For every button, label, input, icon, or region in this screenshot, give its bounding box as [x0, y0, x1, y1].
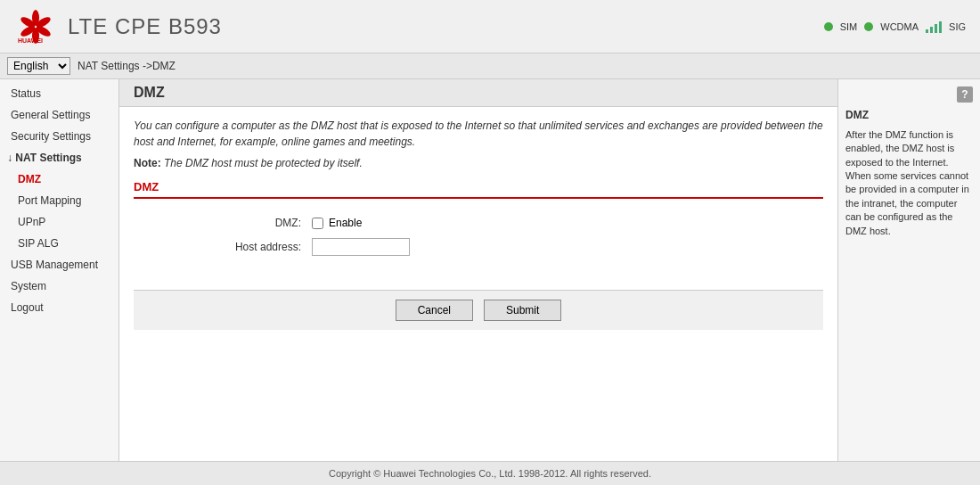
sidebar-item-nat-settings[interactable]: ↓ NAT Settings	[0, 147, 118, 169]
note-text: Note: The DMZ host must be protected by …	[134, 157, 823, 169]
dmz-enable-row: DMZ: Enable	[134, 217, 823, 229]
language-select[interactable]: English Chinese	[7, 57, 70, 75]
page-heading: DMZ	[119, 79, 837, 107]
wcdma-label: WCDMA	[880, 21, 919, 32]
sidebar-item-sip-alg[interactable]: SIP ALG	[0, 233, 118, 254]
dmz-label: DMZ:	[134, 217, 312, 229]
help-title: DMZ	[845, 108, 973, 123]
form-area: DMZ: Enable Host address:	[134, 210, 823, 272]
huawei-logo: HUAWEI	[14, 9, 57, 45]
wcdma-indicator	[864, 22, 873, 31]
sim-indicator	[824, 22, 833, 31]
dmz-enable-checkbox[interactable]	[312, 218, 323, 229]
sidebar-item-upnp[interactable]: UPnP	[0, 211, 118, 233]
main-layout: Status General Settings Security Setting…	[0, 79, 980, 461]
dmz-value: Enable	[312, 217, 362, 229]
sidebar: Status General Settings Security Setting…	[0, 79, 119, 461]
help-icon[interactable]: ?	[957, 86, 973, 103]
submit-button[interactable]: Submit	[484, 300, 561, 321]
footer: Copyright © Huawei Technologies Co., Ltd…	[0, 461, 980, 485]
sidebar-item-dmz[interactable]: DMZ	[0, 169, 118, 190]
description-text: You can configure a computer as the DMZ …	[134, 118, 823, 150]
enable-label: Enable	[329, 217, 362, 229]
sidebar-item-security-settings[interactable]: Security Settings	[0, 126, 118, 147]
host-address-value	[312, 238, 410, 256]
help-panel: ? DMZ After the DMZ function is enabled,…	[837, 79, 980, 461]
sidebar-item-general-settings[interactable]: General Settings	[0, 104, 118, 126]
svg-text:HUAWEI: HUAWEI	[18, 37, 43, 44]
sidebar-item-port-mapping[interactable]: Port Mapping	[0, 190, 118, 211]
sidebar-item-status[interactable]: Status	[0, 83, 118, 104]
page-body: You can configure a computer as the DMZ …	[119, 107, 837, 341]
sidebar-item-system[interactable]: System	[0, 275, 118, 297]
sidebar-item-usb-management[interactable]: USB Management	[0, 254, 118, 275]
help-content: After the DMZ function is enabled, the D…	[845, 128, 973, 238]
status-icons: SIM WCDMA SIG	[824, 21, 966, 33]
header: HUAWEI LTE CPE B593 SIM WCDMA SIG	[0, 0, 980, 53]
sim-label: SIM	[840, 21, 858, 32]
host-address-label: Host address:	[134, 241, 312, 253]
sidebar-item-logout[interactable]: Logout	[0, 297, 118, 318]
main-content: DMZ You can configure a computer as the …	[119, 79, 837, 461]
host-address-row: Host address:	[134, 238, 823, 256]
lang-bar: English Chinese NAT Settings ->DMZ	[0, 53, 980, 79]
note-body: The DMZ host must be protected by itself…	[164, 157, 363, 169]
logo-area: HUAWEI LTE CPE B593	[14, 9, 222, 45]
copyright-text: Copyright © Huawei Technologies Co., Ltd…	[329, 468, 651, 479]
cancel-button[interactable]: Cancel	[396, 300, 473, 321]
breadcrumb: NAT Settings ->DMZ	[78, 60, 176, 72]
content-area: DMZ You can configure a computer as the …	[119, 79, 980, 461]
host-address-input[interactable]	[312, 238, 410, 256]
buttons-row: Cancel Submit	[134, 290, 823, 330]
sig-label: SIG	[949, 21, 966, 32]
signal-bars	[926, 21, 942, 33]
product-title: LTE CPE B593	[68, 14, 222, 39]
note-label: Note:	[134, 157, 161, 169]
dmz-section-header: DMZ	[134, 180, 823, 199]
